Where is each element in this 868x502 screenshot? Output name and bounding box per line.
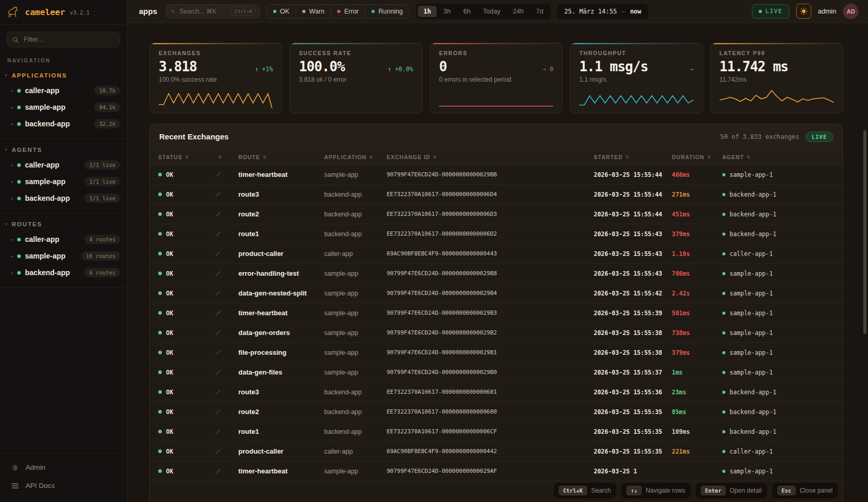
status-filter-warn[interactable]: Warn <box>296 5 331 18</box>
table-row[interactable]: OKroute2backend-appEE7322370A10617-00000… <box>150 204 843 224</box>
column-header-exchange-id[interactable]: EXCHANGE ID⇅ <box>378 154 585 160</box>
duration-cell: 1ms <box>663 369 714 376</box>
sidebar-item-backend-app[interactable]: ▸backend-app1/1 live <box>0 190 127 207</box>
table-row[interactable]: OKtimer-heartbeatsample-app90799F47E6CD2… <box>150 303 843 323</box>
sidebar-item-sample-app[interactable]: ▸sample-app16 routes <box>0 248 127 264</box>
sidebar-item-backend-app[interactable]: ▸backend-app6 routes <box>0 264 127 281</box>
table-row[interactable]: OKtimer-heartbeatsample-app90799F47E6CD2… <box>150 165 843 185</box>
open-exchange-link[interactable] <box>207 350 230 355</box>
open-exchange-link[interactable] <box>207 231 230 237</box>
open-exchange-link[interactable] <box>207 468 230 474</box>
route-cell: timer-heartbeat <box>230 171 316 178</box>
table-row[interactable]: OKerror-handling-testsample-app90799F47E… <box>150 264 843 284</box>
card-accent-line <box>430 43 562 44</box>
open-exchange-link[interactable] <box>207 389 230 395</box>
table-row[interactable]: OKtimer-heartbeatsample-app90799F47E6CD2… <box>150 461 843 481</box>
live-toggle-button[interactable]: LIVE <box>752 4 789 19</box>
column-header-duration[interactable]: DURATION⇅ <box>663 154 714 160</box>
status-filter-running[interactable]: Running <box>365 5 409 18</box>
exchange-id-cell: 90799F47E6CD24D-00000000000029B1 <box>378 349 585 356</box>
open-exchange-link[interactable] <box>207 211 230 217</box>
agent-cell: sample-app-1 <box>714 349 843 356</box>
stat-card-throughput[interactable]: THROUGHPUT1.1 msg/s→1.1 msg/s <box>570 43 703 113</box>
open-exchange-link[interactable] <box>207 290 230 296</box>
column-label: DURATION <box>672 154 705 160</box>
table-row[interactable]: OKroute3backend-appEE7322370A10617-00000… <box>150 382 843 402</box>
time-range-24h[interactable]: 24h <box>507 6 529 17</box>
started-cell: 2026-03-25 15:55:43 <box>585 230 663 238</box>
theme-toggle-button[interactable] <box>796 4 811 19</box>
time-range-7d[interactable]: 7d <box>530 6 549 17</box>
section-header[interactable]: ▾APPLICATIONS <box>0 70 127 82</box>
filter-input[interactable] <box>23 35 114 44</box>
open-exchange-link[interactable] <box>207 172 230 177</box>
hint-key: ↑↓ <box>627 486 642 495</box>
count-badge: 1/1 live <box>84 194 120 203</box>
sidebar-filter[interactable] <box>7 32 120 47</box>
section-header[interactable]: ▾ROUTES <box>0 218 127 231</box>
ok-status-dot <box>158 390 162 394</box>
search-input[interactable] <box>178 7 228 16</box>
open-exchange-link[interactable] <box>207 310 230 316</box>
sidebar-item-admin[interactable]: Admin <box>0 458 127 477</box>
status-label: OK <box>166 191 173 198</box>
status-dot <box>17 122 21 126</box>
open-exchange-link[interactable] <box>207 429 230 434</box>
table-row[interactable]: OKroute3backend-appEE7322370A10617-00000… <box>150 185 843 204</box>
stat-card-errors[interactable]: ERRORS0→ 00 errors in selected period <box>430 43 563 113</box>
sidebar-item-caller-app[interactable]: ▸caller-app1/1 live <box>0 157 127 173</box>
diagonal-arrow-icon <box>215 251 221 256</box>
column-header-status[interactable]: STATUS⇅ <box>150 154 207 160</box>
table-row[interactable]: OKroute1backend-appEE7322370A10617-00000… <box>150 422 843 442</box>
open-exchange-link[interactable] <box>207 251 230 256</box>
section-header[interactable]: ▾AGENTS <box>0 144 127 157</box>
table-row[interactable]: OKroute2backend-appEE7322370A10617-00000… <box>150 402 843 422</box>
agent-status-dot <box>722 351 725 354</box>
global-search[interactable]: Ctrl+K <box>166 4 260 18</box>
table-row[interactable]: OKroute1backend-appEE7322370A10617-00000… <box>150 224 843 244</box>
table-row[interactable]: OKdata-gen-nested-splitsample-app90799F4… <box>150 284 843 303</box>
status-filter-error[interactable]: Error <box>331 5 365 18</box>
status-filter-ok[interactable]: OK <box>267 5 296 18</box>
table-row[interactable]: OKdata-gen-filessample-app90799F47E6CD24… <box>150 363 843 382</box>
sidebar-item-api-docs[interactable]: API Docs <box>0 477 127 495</box>
status-filter-label: Warn <box>309 8 324 15</box>
column-header-application[interactable]: APPLICATION⇅ <box>316 154 378 160</box>
status-dot <box>17 106 21 109</box>
duration-cell: 379ms <box>663 230 714 238</box>
stat-card-success-rate[interactable]: SUCCESS RATE100.0%↑ +0.0%3.818 ok / 0 er… <box>289 43 422 113</box>
open-exchange-link[interactable] <box>207 409 230 415</box>
column-header-link[interactable]: ⇅ <box>207 155 230 160</box>
time-range-1h[interactable]: 1h <box>418 6 437 17</box>
column-label: APPLICATION <box>324 154 366 160</box>
stat-card-exchanges[interactable]: EXCHANGES3.818↑ +1%100.0% success rate <box>149 43 282 113</box>
table-row[interactable]: OKproduct-callercaller-app69AC90BF8EBC4F… <box>150 244 843 264</box>
sidebar-item-caller-app[interactable]: ▸caller-app10.7k <box>0 82 127 99</box>
sidebar-item-backend-app[interactable]: ▸backend-app32.2k <box>0 115 127 132</box>
column-header-started[interactable]: STARTED⇅ <box>585 154 663 160</box>
agent-status-dot <box>722 252 725 255</box>
started-cell: 2026-03-25 15:55:42 <box>585 290 663 297</box>
date-range-chip[interactable]: 25. März 14:55 — now <box>557 4 648 19</box>
time-range-3h[interactable]: 3h <box>438 6 456 17</box>
table-row[interactable]: OKdata-gen-orderssample-app90799F47E6CD2… <box>150 323 843 343</box>
sidebar-item-sample-app[interactable]: ▸sample-app84.1k <box>0 99 127 115</box>
table-row[interactable]: OKproduct-callercaller-app69AC90BF8EBC4F… <box>150 442 843 461</box>
status-cell: OK <box>150 448 207 455</box>
sidebar-item-label: sample-app <box>25 103 66 111</box>
scrollbar[interactable] <box>863 130 866 334</box>
table-row[interactable]: OKfile-processingsample-app90799F47E6CD2… <box>150 343 843 363</box>
time-range-today[interactable]: Today <box>477 6 506 17</box>
column-header-route[interactable]: ROUTE⇅ <box>230 154 316 160</box>
avatar[interactable]: AD <box>843 4 859 19</box>
open-exchange-link[interactable] <box>207 369 230 375</box>
open-exchange-link[interactable] <box>207 271 230 276</box>
sidebar-item-caller-app[interactable]: ▸caller-app4 routes <box>0 231 127 248</box>
time-range-6h[interactable]: 6h <box>457 6 476 17</box>
stat-card-latency-p99[interactable]: LATENCY P9911.742 ms11.742ms <box>710 43 843 113</box>
column-header-agent[interactable]: AGENT⇅ <box>714 154 843 160</box>
open-exchange-link[interactable] <box>207 448 230 454</box>
sidebar-item-sample-app[interactable]: ▸sample-app1/1 live <box>0 173 127 190</box>
open-exchange-link[interactable] <box>207 191 230 197</box>
open-exchange-link[interactable] <box>207 330 230 336</box>
